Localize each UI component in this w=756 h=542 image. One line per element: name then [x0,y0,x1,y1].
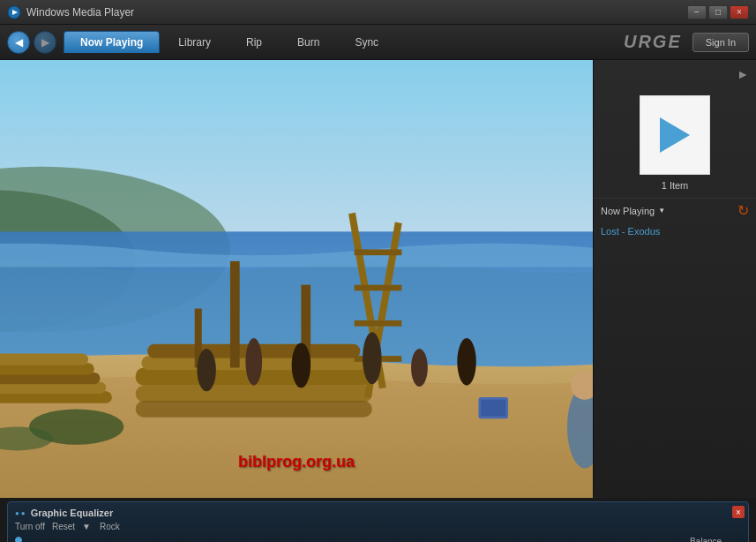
eq-turnoff-button[interactable]: Turn off [15,522,45,531]
main-content: biblprog.org.ua ► 1 Item Now Playing ▼ ↻… [0,60,756,498]
eq-row-1 [15,537,22,542]
svg-point-25 [292,343,311,388]
back-button[interactable]: ◀ [7,31,30,54]
svg-rect-33 [0,353,88,365]
svg-rect-14 [230,261,240,368]
video-canvas: biblprog.org.ua [0,60,593,498]
album-art-area: 1 Item [594,88,756,198]
eq-title: Graphic Equalizer [31,508,114,518]
eq-slider-4[interactable] [71,537,83,542]
eq-slider-6[interactable] [101,537,113,542]
minimize-button[interactable]: − [687,5,707,19]
eq-slider-1[interactable] [26,537,38,542]
window-controls: − □ × [687,5,749,19]
svg-point-23 [197,349,215,391]
eq-close-button[interactable]: × [732,506,745,518]
nav-tabs: Now Playing Library Rip Burn Sync [64,31,624,53]
tab-now-playing[interactable]: Now Playing [64,31,160,53]
eq-preset-dropdown[interactable]: Rock [100,522,120,531]
eq-sliders-area: Balance [15,537,741,542]
close-button[interactable]: × [730,5,749,19]
eq-reset-button[interactable]: Reset [52,522,75,531]
eq-dot-icon: ● [15,509,19,517]
svg-rect-19 [355,249,402,255]
balance-section: Balance [670,537,741,542]
right-sidebar: ► 1 Item Now Playing ▼ ↻ Lost - Exodus [593,60,756,498]
svg-rect-12 [136,386,372,403]
sidebar-top: ► [594,60,756,88]
title-bar: Windows Media Player − □ × [0,0,756,25]
eq-sliders-container [26,537,656,542]
svg-rect-21 [355,320,402,327]
sidebar-arrow-icon[interactable]: ► [737,67,749,81]
tab-library[interactable]: Library [161,31,228,53]
play-triangle-icon [660,117,690,153]
watermark: biblprog.org.ua [238,453,355,471]
nav-bar: ◀ ▶ Now Playing Library Rip Burn Sync UR… [0,25,756,60]
nav-back-forward: ◀ ▶ [7,31,56,54]
track-name[interactable]: Lost - Exodus [594,222,756,240]
sign-in-button[interactable]: Sign In [692,33,749,52]
eq-controls: Turn off Reset ▼ Rock [15,522,741,531]
eq-slider-9[interactable] [146,537,158,542]
tab-rip[interactable]: Rip [229,31,279,53]
refresh-button[interactable]: ↻ [737,202,749,219]
svg-point-24 [245,338,262,386]
eq-header: ● ● Graphic Equalizer × [15,508,741,518]
forward-button[interactable]: ▶ [34,31,56,54]
tab-sync[interactable]: Sync [338,31,395,53]
now-playing-dropdown[interactable]: Now Playing ▼ ↻ [594,198,756,222]
eq-slider-5[interactable] [86,537,98,542]
eq-slider-8[interactable] [131,537,143,542]
app-icon [7,5,21,19]
svg-rect-20 [355,285,402,291]
balance-label: Balance [690,537,722,542]
album-art-thumbnail [640,95,710,175]
eq-slider-2[interactable] [41,537,53,542]
dropdown-arrow-icon: ▼ [658,207,665,215]
video-area: biblprog.org.ua [0,60,593,498]
svg-point-26 [363,332,381,384]
equalizer-panel: ● ● Graphic Equalizer × Turn off Reset ▼… [7,501,749,542]
svg-point-27 [411,349,428,387]
eq-slider-7[interactable] [116,537,128,542]
tab-burn[interactable]: Burn [281,31,336,53]
svg-point-28 [457,338,475,386]
eq-slider-10[interactable] [161,537,173,542]
maximize-button[interactable]: □ [708,5,728,19]
eq-radio-1[interactable] [15,537,22,542]
svg-rect-13 [136,401,372,418]
svg-rect-39 [481,400,505,417]
now-playing-label: Now Playing [601,206,655,216]
urge-logo: URGE [624,32,682,52]
app-title: Windows Media Player [26,6,687,19]
item-count: 1 Item [662,180,689,191]
eq-slider-3[interactable] [56,537,68,542]
eq-dot2-icon: ● [21,509,26,517]
eq-row-selectors [15,537,22,542]
